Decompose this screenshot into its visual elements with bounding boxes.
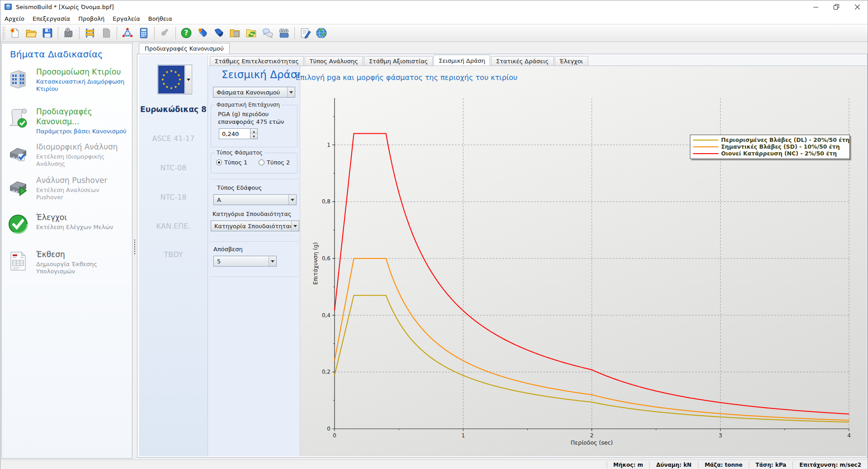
titlebar: SeismoBuild * [Χωρίς Όνομα.bpf] (0, 0, 868, 13)
code-item-asce41-17[interactable]: ASCE 41-17 (139, 134, 208, 143)
tab-reliability-level[interactable]: Στάθμη Αξιοπιστίας (364, 56, 433, 66)
damping-dropdown[interactable]: 5 (213, 256, 277, 267)
spin-down-icon[interactable]: ▼ (250, 134, 257, 139)
menu-tools[interactable]: Εργαλεία (108, 14, 144, 23)
calculator-icon[interactable] (136, 25, 152, 41)
chevron-down-icon (185, 65, 191, 94)
svg-text:0,6: 0,6 (322, 255, 330, 262)
status-mass-unit: Μάζα: tonne (698, 461, 749, 469)
status-acceleration-unit: Επιτάχυνση: m/sec2 (793, 461, 868, 469)
book-star-icon[interactable] (194, 25, 211, 41)
svg-text:1: 1 (327, 142, 330, 148)
step-title: Προδιαγραφές Κανονισμ... (36, 107, 127, 127)
folder-building-icon[interactable] (227, 25, 243, 41)
soil-type-label: Τύπος Εδάφους (217, 184, 262, 191)
content-area: Προδιαγραφές Κανονισμού Ευρωκώδικας 8 AS… (137, 43, 868, 459)
status-length-unit: Μήκος: m (607, 461, 650, 469)
globe-icon[interactable] (313, 25, 330, 41)
chip-check-icon (7, 143, 29, 164)
toolbar-grip (2, 26, 5, 40)
svg-text:0,8: 0,8 (322, 198, 330, 205)
video-icon[interactable] (276, 25, 292, 41)
building-frame-icon[interactable] (82, 25, 98, 41)
step-subtitle: Δημιουργία Έκθεσης Υπολογισμών (36, 261, 127, 275)
menu-edit[interactable]: Επεξεργασία (28, 14, 74, 23)
tab-seismic-action[interactable]: Σεισμική Δράση (434, 55, 490, 66)
step-title: Ανάλυση Pushover (36, 175, 127, 185)
spin-up-icon[interactable]: ▲ (250, 129, 257, 134)
svg-text:0,2: 0,2 (322, 369, 330, 375)
code-item-ntc-18[interactable]: NTC-18 (139, 193, 208, 202)
minimize-button[interactable] (805, 0, 826, 13)
help-icon[interactable]: ? (178, 25, 194, 41)
codes-list: Ευρωκώδικας 8 ASCE 41-17 NTC-08 NTC-18 Κ… (139, 55, 208, 456)
svg-text:Περίοδος (sec): Περίοδος (sec) (571, 439, 613, 446)
tool-disabled-icon (157, 25, 173, 41)
tab-performance-levels[interactable]: Στάθμες Επιτελεστικότητας (210, 56, 304, 66)
pga-stepper[interactable]: ▲ ▼ (250, 128, 258, 139)
step-title: Προσομοίωση Κτιρίου (36, 67, 127, 77)
tab-checks[interactable]: Έλεγχοι (555, 56, 588, 66)
window-title: SeismoBuild * [Χωρίς Όνομα.bpf] (16, 4, 114, 10)
spectrum-plot: 0123400,20,40,60,81Περίοδος (sec)Επιτάχυ… (300, 66, 867, 456)
menu-file[interactable]: Αρχείο (0, 14, 28, 23)
radio-unchecked-icon (259, 159, 264, 165)
chevron-down-icon (288, 195, 296, 205)
splitter-grip-icon (134, 239, 136, 254)
importance-label: Κατηγόρια Σπουδαιότητας (212, 211, 292, 217)
code-item-tbdy[interactable]: TBDY (139, 250, 208, 259)
svg-text:3: 3 (719, 432, 722, 439)
processor-settings-icon[interactable] (61, 25, 77, 41)
model-viewer-icon[interactable] (119, 25, 136, 41)
folder-sync-icon[interactable] (243, 25, 259, 41)
menu-view[interactable]: Προβολή (74, 14, 108, 23)
code-item-eurocode8[interactable]: Ευρωκώδικας 8 (139, 105, 208, 114)
status-stress-unit: Τάση: kPa (749, 461, 793, 469)
step-subtitle: Παράμετροι βάσει Κανονισμού (36, 128, 127, 135)
sd-line-swatch (693, 146, 718, 147)
tab-static-actions[interactable]: Στατικές Δράσεις (491, 56, 553, 66)
sidebar-splitter[interactable] (132, 43, 137, 459)
svg-text:0: 0 (327, 426, 330, 432)
code-item-kan-epe[interactable]: ΚΑΝ.ΕΠΕ. (139, 222, 208, 230)
chat-icon[interactable] (259, 25, 276, 41)
step-title: Έκθεση (36, 249, 127, 259)
legend-item-sd: Σημαντικές Βλάβες (SD) - 10%/50 έτη (693, 143, 847, 150)
seismic-action-form: Σεισμική Δράση Φάσματα Κανονισμού Φασματ… (208, 66, 300, 456)
page-disabled-icon (98, 25, 114, 41)
app-icon (4, 3, 12, 11)
book-check-icon[interactable] (211, 25, 227, 41)
open-folder-icon[interactable] (23, 25, 39, 41)
restore-button[interactable] (826, 0, 847, 13)
check-circle-icon (7, 213, 29, 235)
save-icon[interactable] (39, 25, 56, 41)
sidebar-process-steps: Βήματα Διαδικασίας Προσομοίωση Κτιρίου Κ… (1, 43, 132, 459)
tab-code-requirements[interactable]: Προδιαγραφές Κανονισμού (139, 43, 230, 54)
spectra-source-dropdown[interactable]: Φάσματα Κανονισμού (213, 87, 295, 98)
importance-dropdown[interactable]: Κατηγορία Σπουδαιότητας II (211, 220, 299, 231)
step-subtitle: Κατασκευαστική Διαμόρφωση Κτιρίου (36, 78, 127, 93)
nc-line-swatch (693, 153, 718, 154)
pga-input[interactable]: 0,240 (219, 128, 250, 139)
chevron-down-icon (287, 87, 295, 97)
spectrum-type1-radio[interactable]: Τύπος 1 (216, 159, 247, 166)
report-icon (7, 250, 29, 272)
note-edit-icon[interactable] (297, 25, 313, 41)
new-document-icon[interactable] (7, 25, 23, 41)
soil-type-dropdown[interactable]: A (213, 194, 297, 205)
legend-item-nc: Οιονεί Κατάρρευση (NC) - 2%/50 έτη (693, 150, 847, 157)
close-button[interactable] (847, 0, 868, 13)
code-item-ntc-08[interactable]: NTC-08 (139, 164, 208, 172)
tab-analysis-type[interactable]: Τύπος Ανάλυσης (305, 56, 363, 66)
sidebar-header: Βήματα Διαδικασίας (10, 49, 103, 60)
damping-label: Απόσβεση (213, 246, 243, 253)
dl-line-swatch (693, 140, 718, 141)
svg-text:1: 1 (462, 432, 465, 439)
menu-help[interactable]: Βοήθεια (144, 14, 176, 23)
code-flag-dropdown[interactable] (157, 65, 192, 94)
spectrum-type2-radio[interactable]: Τύπος 2 (259, 159, 290, 166)
toolbar: ? (0, 24, 868, 42)
statusbar: Μήκος: m Δύναμη: kN Μάζα: tonne Τάση: kP… (0, 460, 868, 469)
pga-label: PGA (g) περιόδου επαναφοράς 475 ετών (218, 110, 292, 126)
chevron-down-icon (269, 256, 276, 266)
